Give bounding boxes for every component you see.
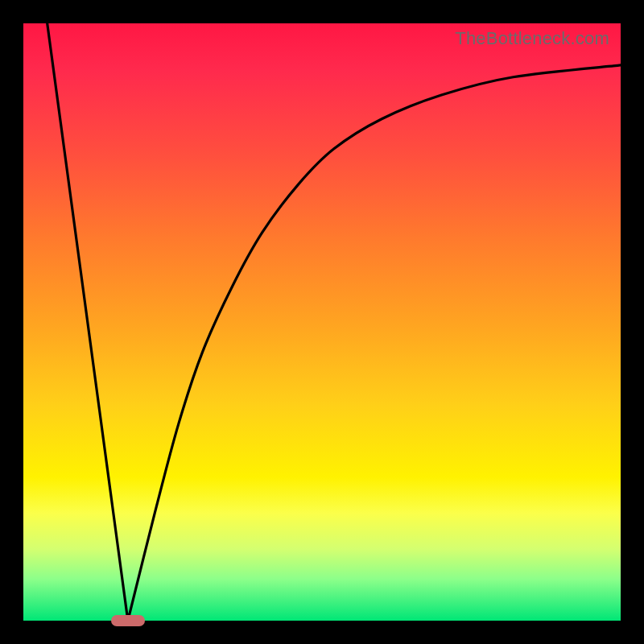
bottleneck-curve xyxy=(47,23,621,621)
chart-frame: TheBottleneck.com xyxy=(0,0,644,644)
curve-layer xyxy=(23,23,621,621)
optimum-marker xyxy=(111,615,145,626)
plot-area: TheBottleneck.com xyxy=(23,23,621,621)
